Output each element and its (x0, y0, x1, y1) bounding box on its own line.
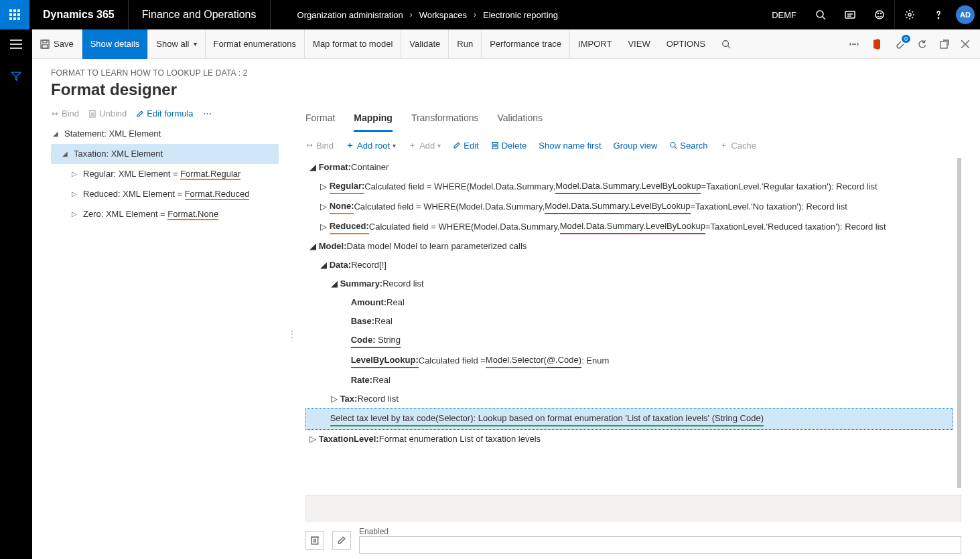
import-button[interactable]: IMPORT (570, 29, 620, 59)
map-node-none[interactable]: ▷ None: Calculated field = WHERE(Model.D… (305, 197, 953, 217)
tree-binding: Format.Regular (180, 169, 240, 180)
legal-entity-label[interactable]: DEMF (762, 10, 806, 20)
tab-format[interactable]: Format (305, 108, 335, 132)
options-button[interactable]: OPTIONS (658, 29, 714, 59)
map-node-levelbylookup[interactable]: ▷ LevelByLookup: Calculated field = Mode… (305, 351, 953, 371)
help-icon[interactable] (924, 0, 953, 29)
office-icon[interactable] (871, 39, 882, 50)
expand-icon[interactable]: ▷ (70, 165, 79, 183)
emoji-icon[interactable] (865, 0, 894, 29)
gear-icon[interactable] (894, 0, 924, 29)
map-node-code[interactable]: ▷ Code: String (305, 331, 953, 351)
refresh-icon[interactable] (917, 39, 928, 50)
expand-icon[interactable]: ▷ (70, 185, 79, 204)
breadcrumb-item[interactable]: Electronic reporting (483, 10, 558, 20)
add-root-button[interactable]: ＋Add root▾ (346, 139, 396, 151)
link-icon[interactable] (849, 39, 859, 50)
bind-button[interactable]: Bind (305, 141, 334, 151)
bind-button[interactable]: Bind (51, 108, 79, 118)
tab-validations[interactable]: Validations (498, 108, 543, 132)
validate-button[interactable]: Validate (401, 29, 449, 59)
expand-icon[interactable]: ▷ (309, 432, 316, 446)
expand-icon[interactable]: ▷ (320, 200, 327, 214)
map-node-base[interactable]: ▷ Base: Real (305, 312, 953, 331)
expand-icon[interactable]: ▷ (320, 220, 327, 234)
node-bold: Data: (330, 258, 352, 272)
search-command-icon[interactable] (713, 29, 739, 59)
messages-icon[interactable] (835, 0, 865, 29)
edit-button[interactable]: Edit (453, 141, 478, 151)
formula-bar[interactable] (305, 495, 961, 522)
collapse-icon[interactable]: ◢ (331, 277, 338, 291)
map-node-selector[interactable]: ▷ Select tax level by tax code(Selector)… (305, 408, 953, 430)
add-button[interactable]: ＋Add▾ (408, 139, 441, 151)
svg-point-25 (723, 40, 729, 46)
module-label[interactable]: Finance and Operations (129, 0, 271, 29)
node-bold: Tax: (340, 392, 358, 406)
delete-row-icon[interactable] (305, 531, 324, 550)
node-text: Format enumeration List of taxation leve… (379, 432, 541, 446)
delete-button[interactable]: Delete (491, 141, 527, 151)
node-text: String (375, 335, 401, 345)
hamburger-icon[interactable] (0, 29, 32, 59)
search-button[interactable]: Search (669, 141, 707, 151)
collapse-icon[interactable]: ◢ (309, 240, 316, 253)
map-node-regular[interactable]: ▷ Regular: Calculated field = WHERE(Mode… (305, 177, 953, 197)
performance-trace-button[interactable]: Performance trace (482, 29, 570, 59)
filter-icon[interactable] (11, 71, 21, 82)
breadcrumb-item[interactable]: Workspaces (419, 10, 467, 20)
search-icon[interactable] (806, 0, 835, 29)
tree-node-zero[interactable]: ▷Zero: XML Element = Format.None (51, 204, 279, 224)
map-node-model[interactable]: ◢ Model: Data model Model to learn param… (305, 237, 953, 256)
tree-node-statement[interactable]: ◢Statement: XML Element (51, 124, 279, 144)
map-node-summary[interactable]: ◢ Summary: Record list (305, 274, 953, 293)
tree-node-reduced[interactable]: ▷Reduced: XML Element = Format.Reduced (51, 184, 279, 204)
brand-label[interactable]: Dynamics 365 (29, 0, 129, 29)
map-node-data[interactable]: ◢ Data: Record[!] (305, 256, 953, 274)
enabled-input[interactable] (359, 536, 961, 554)
breadcrumb-item[interactable]: Organization administration (297, 10, 403, 20)
close-icon[interactable] (961, 40, 969, 48)
svg-rect-5 (17, 13, 20, 16)
tree-node-taxation[interactable]: ◢Taxation: XML Element (51, 144, 279, 164)
group-view-button[interactable]: Group view (614, 141, 658, 151)
edit-formula-button[interactable]: Edit formula (136, 108, 193, 118)
collapse-icon[interactable]: ◢ (51, 125, 60, 143)
attach-icon[interactable]: 0 (894, 39, 905, 50)
show-name-button[interactable]: Show name first (539, 141, 601, 151)
map-node-amount[interactable]: ▷ Amount: Real (305, 293, 953, 312)
view-button[interactable]: VIEW (620, 29, 658, 59)
show-all-button[interactable]: Show all▾ (148, 29, 205, 59)
collapse-icon[interactable]: ◢ (60, 145, 70, 163)
collapse-icon[interactable]: ◢ (309, 161, 316, 174)
splitter-handle[interactable]: ⋮ (289, 108, 295, 559)
expand-icon[interactable]: ▷ (70, 205, 79, 224)
map-format-button[interactable]: Map format to model (305, 29, 401, 59)
map-node-rate[interactable]: ▷ Rate: Real (305, 371, 953, 390)
map-node-tax[interactable]: ▷ Tax: Record list (305, 390, 953, 408)
run-button[interactable]: Run (449, 29, 482, 59)
tree-node-regular[interactable]: ▷Regular: XML Element = Format.Regular (51, 164, 279, 184)
tab-transformations[interactable]: Transformations (411, 108, 479, 132)
show-details-button[interactable]: Show details (82, 29, 149, 59)
cache-button[interactable]: ＋Cache (719, 139, 756, 151)
save-button[interactable]: Save (32, 29, 82, 59)
node-bold: Format: (319, 161, 351, 174)
map-node-format-container[interactable]: ◢ Format: Container (305, 158, 953, 177)
waffle-icon[interactable] (0, 0, 29, 29)
expand-icon[interactable]: ▷ (320, 180, 327, 193)
format-enumerations-button[interactable]: Format enumerations (206, 29, 305, 59)
unbind-button[interactable]: Unbind (88, 108, 127, 118)
tab-mapping[interactable]: Mapping (354, 108, 393, 132)
expand-icon[interactable]: ▷ (331, 392, 338, 406)
popout-icon[interactable] (940, 39, 949, 49)
map-node-taxationlevel[interactable]: ▷ TaxationLevel: Format enumeration List… (305, 430, 953, 449)
node-text: Calculated field = WHERE(Model.Data.Summ… (369, 220, 560, 234)
collapse-icon[interactable]: ◢ (320, 258, 327, 272)
global-navbar: Dynamics 365 Finance and Operations Orga… (0, 0, 980, 29)
user-avatar[interactable]: AD (956, 5, 975, 24)
more-icon[interactable]: ⋯ (203, 108, 212, 118)
node-bold: Summary: (340, 277, 383, 291)
map-node-reduced[interactable]: ▷ Reduced: Calculated field = WHERE(Mode… (305, 217, 953, 237)
edit-row-icon[interactable] (332, 531, 351, 550)
